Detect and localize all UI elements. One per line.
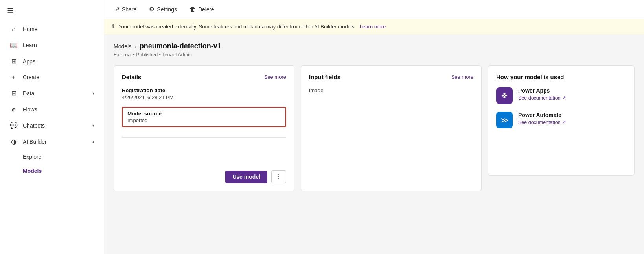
input-fields-see-more-link[interactable]: See more (451, 74, 473, 80)
power-automate-icon: ≫ (500, 115, 509, 125)
model-source-box: Model source Imported (122, 107, 286, 127)
input-field-value: image (309, 87, 473, 93)
power-apps-icon: ❖ (501, 91, 508, 100)
more-options-button[interactable]: ⋮ (271, 170, 286, 183)
input-fields-card-title: Input fields (309, 74, 340, 80)
power-automate-info: Power Automate See documentation ↗ (518, 112, 566, 125)
sidebar-item-apps-label: Apps (23, 58, 35, 65)
power-apps-info: Power Apps See documentation ↗ (518, 87, 566, 101)
settings-label: Settings (157, 6, 177, 13)
model-source-value: Imported (127, 117, 281, 123)
usage-item-power-automate: ≫ Power Automate See documentation ↗ (496, 112, 626, 128)
sidebar-item-data[interactable]: ⊟ Data ▾ (2, 85, 101, 101)
power-automate-icon-box: ≫ (496, 112, 513, 128)
registration-date-label: Registration date (122, 87, 286, 93)
breadcrumb: Models › pneumonia-detection-v1 (114, 42, 635, 50)
details-card-title: Details (122, 74, 141, 80)
usage-card-title: How your model is used (496, 74, 564, 80)
use-model-button[interactable]: Use model (225, 171, 267, 183)
card-divider (122, 137, 286, 138)
sidebar-item-flows[interactable]: ⌀ Flows (2, 102, 101, 117)
hamburger-icon: ☰ (7, 6, 13, 15)
power-automate-doc-link[interactable]: See documentation ↗ (518, 120, 566, 125)
toolbar: ↗ Share ⚙ Settings 🗑 Delete (104, 0, 644, 19)
share-label: Share (122, 6, 136, 13)
power-automate-name: Power Automate (518, 112, 566, 118)
sidebar-item-flows-label: Flows (23, 106, 37, 113)
data-icon: ⊟ (9, 89, 18, 97)
learn-more-link[interactable]: Learn more (360, 24, 386, 30)
usage-item-power-apps: ❖ Power Apps See documentation ↗ (496, 87, 626, 104)
sidebar-subitem-explore-label: Explore (23, 154, 41, 160)
sidebar: ☰ ⌂ Home 📖 Learn ⊞ Apps + Create ⊟ Data … (0, 0, 104, 254)
details-card: Details See more Registration date 4/26/… (114, 65, 294, 191)
flows-icon: ⌀ (9, 106, 18, 113)
page-subtitle: External • Published • Tenant Admin (114, 52, 635, 57)
data-chevron-icon: ▾ (92, 91, 94, 95)
model-source-label: Model source (127, 111, 281, 117)
sidebar-item-chatbots[interactable]: 💬 Chatbots ▾ (2, 118, 101, 133)
details-see-more-link[interactable]: See more (264, 74, 286, 80)
home-icon: ⌂ (9, 26, 18, 33)
sidebar-item-learn[interactable]: 📖 Learn (2, 37, 101, 53)
sidebar-item-create[interactable]: + Create (2, 70, 101, 85)
hamburger-menu[interactable]: ☰ (0, 0, 104, 21)
sidebar-item-home-label: Home (23, 26, 37, 32)
chatbots-icon: 💬 (9, 122, 18, 129)
breadcrumb-separator: › (134, 43, 136, 50)
info-banner: ℹ Your model was created externally. Som… (104, 19, 644, 34)
power-apps-doc-link[interactable]: See documentation ↗ (518, 95, 566, 101)
create-icon: + (9, 74, 18, 81)
sidebar-item-data-label: Data (23, 90, 35, 96)
power-apps-name: Power Apps (518, 87, 566, 94)
sidebar-subitem-models[interactable]: Models (2, 164, 101, 178)
breadcrumb-parent[interactable]: Models (114, 43, 131, 50)
banner-text: Your model was created externally. Some … (118, 24, 356, 30)
main-content: ↗ Share ⚙ Settings 🗑 Delete ℹ Your model… (104, 0, 644, 254)
sidebar-item-ai-builder-label: AI Builder (23, 139, 47, 145)
sidebar-subitem-explore[interactable]: Explore (2, 150, 101, 163)
sidebar-item-create-label: Create (23, 74, 39, 80)
input-fields-card-header: Input fields See more (309, 74, 473, 80)
details-card-header: Details See more (122, 74, 286, 80)
settings-icon: ⚙ (149, 6, 155, 13)
power-apps-icon-box: ❖ (496, 87, 513, 104)
chatbots-chevron-icon: ▾ (92, 123, 94, 128)
breadcrumb-current: pneumonia-detection-v1 (140, 42, 221, 50)
sidebar-subitem-models-label: Models (23, 168, 42, 174)
sidebar-item-apps[interactable]: ⊞ Apps (2, 54, 101, 69)
usage-card-header: How your model is used (496, 74, 626, 80)
sidebar-item-home[interactable]: ⌂ Home (2, 22, 101, 37)
apps-icon: ⊞ (9, 57, 18, 65)
sidebar-item-ai-builder[interactable]: ◑ AI Builder ▴ (2, 134, 101, 149)
card-footer: Use model ⋮ (122, 166, 286, 183)
input-fields-card: Input fields See more image (301, 65, 482, 191)
delete-label: Delete (198, 6, 214, 13)
usage-card: How your model is used ❖ Power Apps See … (488, 65, 635, 176)
ai-builder-icon: ◑ (9, 138, 18, 145)
ai-builder-chevron-icon: ▴ (92, 139, 94, 144)
share-button[interactable]: ↗ Share (112, 4, 139, 15)
delete-icon: 🗑 (190, 6, 196, 13)
registration-date-value: 4/26/2021, 6:28:21 PM (122, 95, 286, 100)
sidebar-item-chatbots-label: Chatbots (23, 122, 45, 129)
cards-row: Details See more Registration date 4/26/… (114, 65, 635, 191)
learn-icon: 📖 (9, 41, 18, 49)
delete-button[interactable]: 🗑 Delete (187, 4, 216, 15)
share-icon: ↗ (114, 6, 120, 13)
settings-button[interactable]: ⚙ Settings (147, 4, 179, 15)
sidebar-item-learn-label: Learn (23, 42, 37, 48)
info-icon: ℹ (112, 23, 114, 30)
page-body: Models › pneumonia-detection-v1 External… (104, 34, 644, 254)
